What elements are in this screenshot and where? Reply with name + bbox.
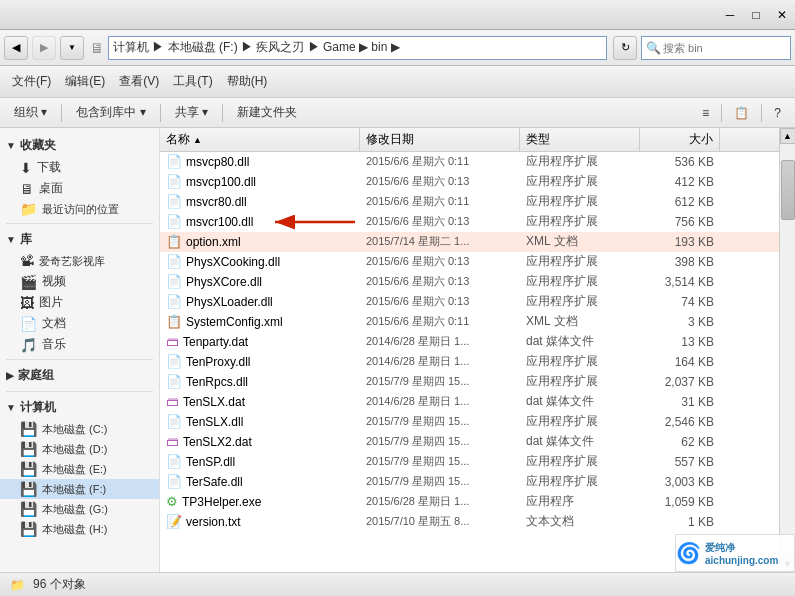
file-name: msvcr80.dll <box>186 195 247 209</box>
file-type: 应用程序扩展 <box>520 212 640 231</box>
table-row[interactable]: 📝 version.txt 2015/7/10 星期五 8... 文本文档 1 … <box>160 512 779 532</box>
file-size: 164 KB <box>640 354 720 370</box>
share-button[interactable]: 共享 ▾ <box>167 102 216 123</box>
file-name: TenProxy.dll <box>186 355 250 369</box>
menu-help[interactable]: 帮助(H) <box>221 71 274 92</box>
sidebar-item-downloads[interactable]: ⬇ 下载 <box>0 157 159 178</box>
table-row[interactable]: 📄 msvcr100.dll 2015/6/6 星期六 0:13 应用程序扩展 … <box>160 212 779 232</box>
file-date: 2015/7/9 星期四 15... <box>360 373 520 390</box>
table-row[interactable]: 🗃 Tenparty.dat 2014/6/28 星期日 1... dat 媒体… <box>160 332 779 352</box>
sidebar-item-g[interactable]: 💾 本地磁盘 (G:) <box>0 499 159 519</box>
pictures-icon: 🖼 <box>20 295 34 311</box>
table-row[interactable]: 📄 TenSLX.dll 2015/7/9 星期四 15... 应用程序扩展 2… <box>160 412 779 432</box>
sidebar-item-pictures[interactable]: 🖼 图片 <box>0 292 159 313</box>
file-size: 13 KB <box>640 334 720 350</box>
table-row[interactable]: 📄 TerSafe.dll 2015/7/9 星期四 15... 应用程序扩展 … <box>160 472 779 492</box>
file-date: 2015/7/9 星期四 15... <box>360 413 520 430</box>
file-type-icon: 📄 <box>166 374 182 389</box>
file-type-icon: 🗃 <box>166 434 179 449</box>
col-date-header[interactable]: 修改日期 <box>360 128 520 151</box>
table-row[interactable]: 📄 TenSP.dll 2015/7/9 星期四 15... 应用程序扩展 55… <box>160 452 779 472</box>
sidebar-item-video[interactable]: 🎬 视频 <box>0 271 159 292</box>
new-folder-button[interactable]: 新建文件夹 <box>229 102 305 123</box>
menu-view[interactable]: 查看(V) <box>113 71 165 92</box>
menu-edit[interactable]: 编辑(E) <box>59 71 111 92</box>
table-row[interactable]: 📄 TenRpcs.dll 2015/7/9 星期四 15... 应用程序扩展 … <box>160 372 779 392</box>
table-row[interactable]: 📄 PhysXLoader.dll 2015/6/6 星期六 0:13 应用程序… <box>160 292 779 312</box>
breadcrumb-text: 计算机 ▶ 本地磁盘 (F:) ▶ 疾风之刃 ▶ Game ▶ bin ▶ <box>113 39 400 56</box>
folder-status-icon: 📁 <box>10 578 25 592</box>
sidebar-section-favorites[interactable]: ▼ 收藏夹 <box>0 134 159 157</box>
disk-c-icon: 💾 <box>20 421 37 437</box>
disk-e-icon: 💾 <box>20 461 37 477</box>
scrollbar-thumb[interactable] <box>781 160 795 220</box>
table-row[interactable]: 📄 msvcp80.dll 2015/6/6 星期六 0:11 应用程序扩展 5… <box>160 152 779 172</box>
sidebar: ▼ 收藏夹 ⬇ 下载 🖥 桌面 📁 最近访问的位置 ▼ 库 📽 <box>0 128 160 572</box>
sidebar-item-e[interactable]: 💾 本地磁盘 (E:) <box>0 459 159 479</box>
table-row[interactable]: 📄 TenProxy.dll 2014/6/28 星期日 1... 应用程序扩展… <box>160 352 779 372</box>
table-row[interactable]: 📄 PhysXCore.dll 2015/6/6 星期六 0:13 应用程序扩展… <box>160 272 779 292</box>
file-name: TenSP.dll <box>186 455 235 469</box>
chevron-down-icon: ▼ <box>6 402 16 413</box>
file-date: 2015/7/9 星期四 15... <box>360 453 520 470</box>
sidebar-section-homegroup[interactable]: ▶ 家庭组 <box>0 364 159 387</box>
sidebar-item-iqiyi[interactable]: 📽 爱奇艺影视库 <box>0 251 159 271</box>
file-type-icon: 📄 <box>166 154 182 169</box>
col-name-header[interactable]: 名称 ▲ <box>160 128 360 151</box>
sidebar-item-c[interactable]: 💾 本地磁盘 (C:) <box>0 419 159 439</box>
sidebar-section-library[interactable]: ▼ 库 <box>0 228 159 251</box>
menu-file[interactable]: 文件(F) <box>6 71 57 92</box>
file-type: 应用程序 <box>520 492 640 511</box>
file-type: XML 文档 <box>520 232 640 251</box>
include-library-button[interactable]: 包含到库中 ▾ <box>68 102 153 123</box>
sidebar-item-docs[interactable]: 📄 文档 <box>0 313 159 334</box>
file-size: 1,059 KB <box>640 494 720 510</box>
table-row[interactable]: 📄 PhysXCooking.dll 2015/6/6 星期六 0:13 应用程… <box>160 252 779 272</box>
table-row[interactable]: 📋 option.xml 2015/7/14 星期二 1... XML 文档 1… <box>160 232 779 252</box>
table-row[interactable]: 📄 msvcp100.dll 2015/6/6 星期六 0:13 应用程序扩展 … <box>160 172 779 192</box>
organize-button[interactable]: 组织 ▾ <box>6 102 55 123</box>
back-button[interactable]: ◀ <box>4 36 28 60</box>
table-row[interactable]: 🗃 TenSLX2.dat 2015/7/9 星期四 15... dat 媒体文… <box>160 432 779 452</box>
sidebar-item-music[interactable]: 🎵 音乐 <box>0 334 159 355</box>
menu-tools[interactable]: 工具(T) <box>167 71 218 92</box>
close-button[interactable]: ✕ <box>769 5 795 25</box>
chevron-down-icon: ▼ <box>6 140 16 151</box>
sidebar-item-desktop[interactable]: 🖥 桌面 <box>0 178 159 199</box>
file-header: 名称 ▲ 修改日期 类型 大小 <box>160 128 779 152</box>
sidebar-section-computer[interactable]: ▼ 计算机 <box>0 396 159 419</box>
preview-pane-button[interactable]: 📋 <box>726 104 757 122</box>
sidebar-item-h[interactable]: 💾 本地磁盘 (H:) <box>0 519 159 539</box>
scrollbar[interactable]: ▲ ▼ <box>779 128 795 572</box>
scroll-up-button[interactable]: ▲ <box>780 128 796 144</box>
file-date: 2015/6/6 星期六 0:13 <box>360 293 520 310</box>
refresh-button[interactable]: ↻ <box>613 36 637 60</box>
table-row[interactable]: 📋 SystemConfig.xml 2015/6/6 星期六 0:11 XML… <box>160 312 779 332</box>
minimize-button[interactable]: ─ <box>717 5 743 25</box>
recent-locations-button[interactable]: ▼ <box>60 36 84 60</box>
sidebar-item-d[interactable]: 💾 本地磁盘 (D:) <box>0 439 159 459</box>
file-type-icon: 🗃 <box>166 394 179 409</box>
file-type: 应用程序扩展 <box>520 412 640 431</box>
search-input[interactable] <box>663 42 795 54</box>
maximize-button[interactable]: □ <box>743 5 769 25</box>
file-size: 3,514 KB <box>640 274 720 290</box>
help-button[interactable]: ? <box>766 104 789 122</box>
file-name: msvcr100.dll <box>186 215 253 229</box>
view-options-button[interactable]: ≡ <box>694 104 717 122</box>
sidebar-favorites-label: 收藏夹 <box>20 137 56 154</box>
col-type-header[interactable]: 类型 <box>520 128 640 151</box>
table-row[interactable]: ⚙ TP3Helper.exe 2015/6/28 星期日 1... 应用程序 … <box>160 492 779 512</box>
table-row[interactable]: 🗃 TenSLX.dat 2014/6/28 星期日 1... dat 媒体文件… <box>160 392 779 412</box>
sort-asc-icon: ▲ <box>193 135 202 145</box>
forward-button[interactable]: ▶ <box>32 36 56 60</box>
file-type-icon: 📝 <box>166 514 182 529</box>
file-size: 557 KB <box>640 454 720 470</box>
sidebar-item-f[interactable]: 💾 本地磁盘 (F:) <box>0 479 159 499</box>
disk-g-icon: 💾 <box>20 501 37 517</box>
table-row[interactable]: 📄 msvcr80.dll 2015/6/6 星期六 0:11 应用程序扩展 6… <box>160 192 779 212</box>
col-size-header[interactable]: 大小 <box>640 128 720 151</box>
search-box[interactable]: 🔍 <box>641 36 791 60</box>
sidebar-item-recent[interactable]: 📁 最近访问的位置 <box>0 199 159 219</box>
breadcrumb[interactable]: 计算机 ▶ 本地磁盘 (F:) ▶ 疾风之刃 ▶ Game ▶ bin ▶ <box>108 36 607 60</box>
